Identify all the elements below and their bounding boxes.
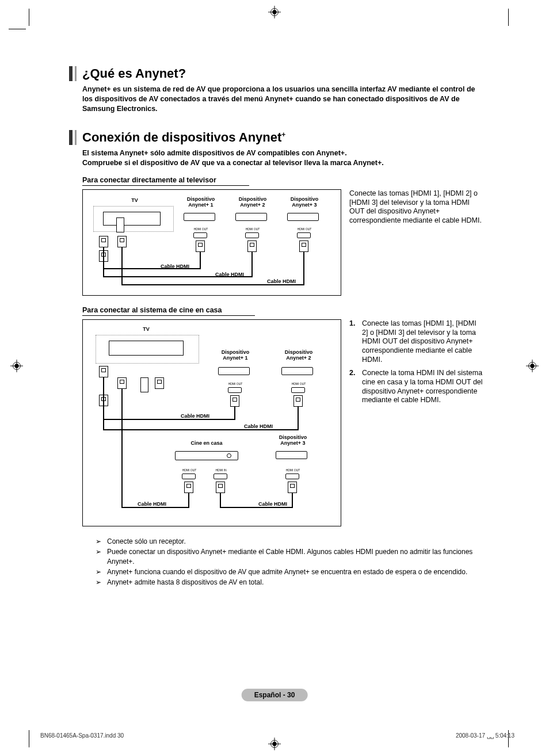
connector-icon [293,395,303,407]
footer: BN68-01465A-Spa-0317.indd 30 2008-03-17 … [40,732,514,739]
heading-accent-bar [69,130,73,145]
connector-icon [184,482,193,493]
device-icon [235,213,267,221]
hdmi-port-icon [214,474,227,479]
port-icon [116,217,124,232]
connector-icon [99,366,108,377]
hdmi-port-icon [297,232,311,238]
label-device: Dispositivo Anynet+ 2 [235,197,270,208]
connection-diagram-tv: TV Dispositivo Anynet+ 1 HDMI OUT Dispos… [82,189,341,296]
cable-line [303,252,304,284]
device-icon [218,367,250,375]
page-content: ¿Qué es Anynet? Anynet+ es un sistema de… [69,66,483,588]
label-hdmi-out: HDMI OUT [244,227,261,231]
list-text: Conecte la toma HDMI IN del sistema cine… [362,369,483,405]
label-hdmi-out: HDMI OUT [290,382,307,385]
list-text: Conecte las tomas [HDMI 1], [HDMI 2] o [… [362,319,483,364]
page-number-badge: Español - 30 [242,689,308,701]
cable-line [121,247,123,284]
device-icon [287,213,319,221]
crop-mark [9,29,26,29]
connector-icon [216,482,225,493]
label-hdmi-in: HDMI IN [212,468,230,472]
label-hdmi-out: HDMI OUT [227,382,244,385]
list-number: 2. [349,369,362,405]
cable-line [220,507,293,508]
label-cable: Cable HDMI [244,423,273,429]
arrow-icon: ➢ [96,547,107,566]
connector-icon [299,240,308,252]
label-home-theater: Cine en casa [184,441,230,446]
crop-mark [29,730,29,747]
cable-line [188,493,189,507]
hdmi-port-icon [193,232,207,238]
connector-icon [155,377,164,389]
heading-text: Conexión de dispositivos Anynet [82,130,281,144]
hdmi-port-icon [291,387,305,393]
hdmi-port-icon [182,474,196,479]
connector-icon [117,377,127,389]
cable-line [200,252,201,268]
heading-accent-bar [69,66,73,81]
crop-mark [508,9,509,26]
hdmi-port-icon [245,232,259,238]
label-cable: Cable HDMI [181,413,209,419]
tv-icon [103,212,161,226]
tv-icon [109,341,184,356]
cable-line [103,419,235,420]
label-device: Dispositivo Anynet+ 3 [276,435,310,446]
arrow-icon: ➢ [96,567,107,576]
port-icon [140,377,148,392]
footer-timestamp: 2008-03-17 ␣␣ 5:04:13 [456,732,514,739]
note-item: ➢ Puede conectar un dispositivo Anynet+ … [96,547,483,566]
connector-icon [288,482,297,493]
cable-line [103,406,104,429]
device-icon [184,213,215,221]
connector-icon [117,236,127,247]
device-icon [276,451,307,459]
label-cable: Cable HDMI [267,278,296,284]
section-heading: ¿Qué es Anynet? [69,66,483,81]
connector-icon [99,236,108,247]
sub-heading: Para conectar directamente al televisor [82,176,249,186]
note-item: ➢ Anynet+ admite hasta 8 dispositivos de… [96,578,483,587]
diagram-row: TV Dispositivo Anynet+ 1 HDMI OUT Dispos… [82,319,483,526]
label-tv: TV [123,198,146,204]
label-hdmi-out: HDMI OUT [284,468,302,472]
cable-line [298,407,299,429]
list-number: 1. [349,319,362,364]
heading-accent-bar [75,66,77,81]
list-item: 2. Conecte la toma HDMI IN del sistema c… [349,369,483,405]
note-text: Conecte sólo un receptor. [107,537,186,546]
cable-line [234,407,235,419]
heading-superscript: + [281,131,285,139]
registration-mark-icon [526,360,539,372]
diagram-row: TV Dispositivo Anynet+ 1 HDMI OUT Dispos… [82,189,483,296]
label-hdmi-out: HDMI OUT [192,227,209,231]
note-item: ➢ Conecte sólo un receptor. [96,537,483,546]
hdmi-port-icon [285,474,299,479]
label-device: Dispositivo Anynet+ 3 [287,197,322,208]
cable-line [220,493,221,507]
cable-line [251,252,253,276]
label-device: Dispositivo Anynet+ 1 [218,350,253,361]
notes-list: ➢ Conecte sólo un receptor. ➢ Puede cone… [96,537,483,587]
registration-mark-icon [268,738,281,750]
connector-icon [247,240,257,252]
crop-mark [29,9,29,26]
label-hdmi-out: HDMI OUT [181,468,198,472]
cable-line [103,429,299,430]
list-item: 1. Conecte las tomas [HDMI 1], [HDMI 2] … [349,319,483,364]
note-text: Puede conectar un dispositivo Anynet+ me… [107,547,483,566]
sub-heading: Para conectar al sistema de cine en casa [82,306,255,316]
arrow-icon: ➢ [96,578,107,587]
side-description: 1. Conecte las tomas [HDMI 1], [HDMI 2] … [349,319,483,526]
cable-line [292,493,293,507]
note-item: ➢ Anynet+ funciona cuando el dispositivo… [96,567,483,576]
connection-diagram-home-theater: TV Dispositivo Anynet+ 1 HDMI OUT Dispos… [82,319,341,526]
side-description: Conecte las tomas [HDMI 1], [HDMI 2] o [… [349,189,483,296]
cable-line [103,262,104,277]
intro-paragraph: Anynet+ es un sistema de red de AV que p… [82,85,483,114]
heading-accent-bar [75,130,77,145]
intro-paragraph: El sistema Anynet+ sólo admite dispositi… [82,148,483,168]
